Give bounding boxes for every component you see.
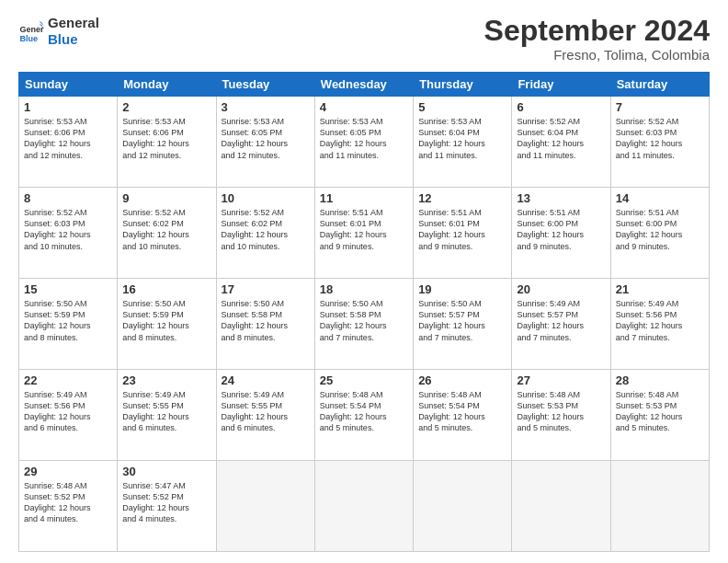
day-info: Sunrise: 5:51 AM Sunset: 6:01 PM Dayligh… [320, 207, 408, 252]
day-info: Sunrise: 5:50 AM Sunset: 5:59 PM Dayligh… [122, 298, 210, 343]
calendar-header-wednesday: Wednesday [314, 73, 413, 97]
day-info: Sunrise: 5:53 AM Sunset: 6:04 PM Dayligh… [418, 116, 506, 161]
day-info: Sunrise: 5:52 AM Sunset: 6:04 PM Dayligh… [517, 116, 605, 161]
day-number: 18 [320, 282, 408, 296]
calendar-table: SundayMondayTuesdayWednesdayThursdayFrid… [18, 72, 710, 552]
day-info: Sunrise: 5:52 AM Sunset: 6:02 PM Dayligh… [122, 207, 210, 252]
day-number: 19 [418, 282, 506, 296]
day-number: 28 [616, 373, 704, 387]
calendar-cell: 20Sunrise: 5:49 AM Sunset: 5:57 PM Dayli… [512, 279, 610, 370]
calendar-header-tuesday: Tuesday [216, 73, 314, 97]
day-number: 29 [24, 465, 112, 478]
calendar-cell: 17Sunrise: 5:50 AM Sunset: 5:58 PM Dayli… [216, 279, 314, 370]
calendar-cell: 4Sunrise: 5:53 AM Sunset: 6:05 PM Daylig… [314, 97, 413, 188]
day-number: 24 [222, 373, 310, 387]
day-info: Sunrise: 5:48 AM Sunset: 5:52 PM Dayligh… [24, 480, 112, 525]
day-info: Sunrise: 5:48 AM Sunset: 5:53 PM Dayligh… [517, 389, 605, 434]
day-info: Sunrise: 5:47 AM Sunset: 5:52 PM Dayligh… [122, 480, 210, 525]
calendar-cell: 22Sunrise: 5:49 AM Sunset: 5:56 PM Dayli… [19, 370, 118, 461]
calendar-cell: 2Sunrise: 5:53 AM Sunset: 6:06 PM Daylig… [118, 97, 216, 188]
location-subtitle: Fresno, Tolima, Colombia [484, 47, 710, 63]
logo-general: General [48, 15, 99, 31]
day-number: 8 [24, 191, 112, 205]
calendar-week-row: 29Sunrise: 5:48 AM Sunset: 5:52 PM Dayli… [19, 461, 710, 552]
day-number: 22 [24, 373, 112, 387]
day-number: 3 [222, 100, 310, 114]
day-number: 25 [320, 373, 408, 387]
calendar-cell: 30Sunrise: 5:47 AM Sunset: 5:52 PM Dayli… [118, 461, 216, 552]
day-number: 27 [517, 373, 605, 387]
calendar-week-row: 8Sunrise: 5:52 AM Sunset: 6:03 PM Daylig… [19, 188, 710, 279]
calendar-cell: 13Sunrise: 5:51 AM Sunset: 6:00 PM Dayli… [512, 188, 610, 279]
calendar-header-row: SundayMondayTuesdayWednesdayThursdayFrid… [19, 73, 710, 97]
day-info: Sunrise: 5:49 AM Sunset: 5:56 PM Dayligh… [616, 298, 704, 343]
day-number: 1 [24, 100, 112, 114]
calendar-cell: 5Sunrise: 5:53 AM Sunset: 6:04 PM Daylig… [414, 97, 512, 188]
calendar-cell: 29Sunrise: 5:48 AM Sunset: 5:52 PM Dayli… [19, 461, 118, 552]
calendar-cell: 27Sunrise: 5:48 AM Sunset: 5:53 PM Dayli… [512, 370, 610, 461]
day-number: 6 [517, 100, 605, 114]
title-block: September 2024 Fresno, Tolima, Colombia [484, 15, 710, 63]
calendar-cell: 3Sunrise: 5:53 AM Sunset: 6:05 PM Daylig… [216, 97, 314, 188]
header: General Blue General Blue September 2024… [18, 15, 710, 63]
calendar-header-monday: Monday [118, 73, 216, 97]
day-info: Sunrise: 5:50 AM Sunset: 5:58 PM Dayligh… [222, 298, 310, 343]
day-info: Sunrise: 5:49 AM Sunset: 5:55 PM Dayligh… [222, 389, 310, 434]
calendar-cell: 10Sunrise: 5:52 AM Sunset: 6:02 PM Dayli… [216, 188, 314, 279]
calendar-week-row: 22Sunrise: 5:49 AM Sunset: 5:56 PM Dayli… [19, 370, 710, 461]
day-number: 26 [418, 373, 506, 387]
day-info: Sunrise: 5:53 AM Sunset: 6:05 PM Dayligh… [222, 116, 310, 161]
calendar-cell [610, 461, 709, 552]
month-title: September 2024 [484, 15, 710, 47]
day-info: Sunrise: 5:52 AM Sunset: 6:02 PM Dayligh… [222, 207, 310, 252]
calendar-cell: 8Sunrise: 5:52 AM Sunset: 6:03 PM Daylig… [19, 188, 118, 279]
day-info: Sunrise: 5:49 AM Sunset: 5:57 PM Dayligh… [517, 298, 605, 343]
calendar-cell: 16Sunrise: 5:50 AM Sunset: 5:59 PM Dayli… [118, 279, 216, 370]
calendar-cell: 9Sunrise: 5:52 AM Sunset: 6:02 PM Daylig… [118, 188, 216, 279]
day-number: 12 [418, 191, 506, 205]
day-number: 4 [320, 100, 408, 114]
calendar-cell: 7Sunrise: 5:52 AM Sunset: 6:03 PM Daylig… [610, 97, 709, 188]
day-info: Sunrise: 5:53 AM Sunset: 6:06 PM Dayligh… [122, 116, 210, 161]
calendar-cell [314, 461, 413, 552]
calendar-cell: 18Sunrise: 5:50 AM Sunset: 5:58 PM Dayli… [314, 279, 413, 370]
calendar-cell: 19Sunrise: 5:50 AM Sunset: 5:57 PM Dayli… [414, 279, 512, 370]
day-info: Sunrise: 5:48 AM Sunset: 5:54 PM Dayligh… [418, 389, 506, 434]
day-number: 15 [24, 282, 112, 296]
day-info: Sunrise: 5:48 AM Sunset: 5:54 PM Dayligh… [320, 389, 408, 434]
day-info: Sunrise: 5:49 AM Sunset: 5:56 PM Dayligh… [24, 389, 112, 434]
day-info: Sunrise: 5:53 AM Sunset: 6:05 PM Dayligh… [320, 116, 408, 161]
calendar-cell: 24Sunrise: 5:49 AM Sunset: 5:55 PM Dayli… [216, 370, 314, 461]
day-info: Sunrise: 5:52 AM Sunset: 6:03 PM Dayligh… [24, 207, 112, 252]
day-info: Sunrise: 5:51 AM Sunset: 6:00 PM Dayligh… [616, 207, 704, 252]
logo: General Blue General Blue [18, 15, 99, 48]
day-number: 2 [122, 100, 210, 114]
day-number: 21 [616, 282, 704, 296]
day-number: 11 [320, 191, 408, 205]
day-info: Sunrise: 5:52 AM Sunset: 6:03 PM Dayligh… [616, 116, 704, 161]
calendar-cell: 6Sunrise: 5:52 AM Sunset: 6:04 PM Daylig… [512, 97, 610, 188]
day-info: Sunrise: 5:48 AM Sunset: 5:53 PM Dayligh… [616, 389, 704, 434]
calendar-cell [512, 461, 610, 552]
calendar-header-saturday: Saturday [610, 73, 709, 97]
day-info: Sunrise: 5:51 AM Sunset: 6:01 PM Dayligh… [418, 207, 506, 252]
day-info: Sunrise: 5:50 AM Sunset: 5:57 PM Dayligh… [418, 298, 506, 343]
calendar-cell: 21Sunrise: 5:49 AM Sunset: 5:56 PM Dayli… [610, 279, 709, 370]
logo-icon: General Blue [18, 18, 44, 44]
svg-text:Blue: Blue [19, 34, 38, 43]
day-info: Sunrise: 5:50 AM Sunset: 5:58 PM Dayligh… [320, 298, 408, 343]
day-number: 23 [122, 373, 210, 387]
day-info: Sunrise: 5:50 AM Sunset: 5:59 PM Dayligh… [24, 298, 112, 343]
day-info: Sunrise: 5:51 AM Sunset: 6:00 PM Dayligh… [517, 207, 605, 252]
calendar-cell: 25Sunrise: 5:48 AM Sunset: 5:54 PM Dayli… [314, 370, 413, 461]
page: General Blue General Blue September 2024… [0, 0, 728, 563]
calendar-cell [216, 461, 314, 552]
day-number: 9 [122, 191, 210, 205]
day-number: 16 [122, 282, 210, 296]
calendar-cell: 15Sunrise: 5:50 AM Sunset: 5:59 PM Dayli… [19, 279, 118, 370]
day-number: 17 [222, 282, 310, 296]
day-number: 30 [122, 465, 210, 478]
calendar-header-friday: Friday [512, 73, 610, 97]
calendar-cell: 12Sunrise: 5:51 AM Sunset: 6:01 PM Dayli… [414, 188, 512, 279]
day-number: 5 [418, 100, 506, 114]
